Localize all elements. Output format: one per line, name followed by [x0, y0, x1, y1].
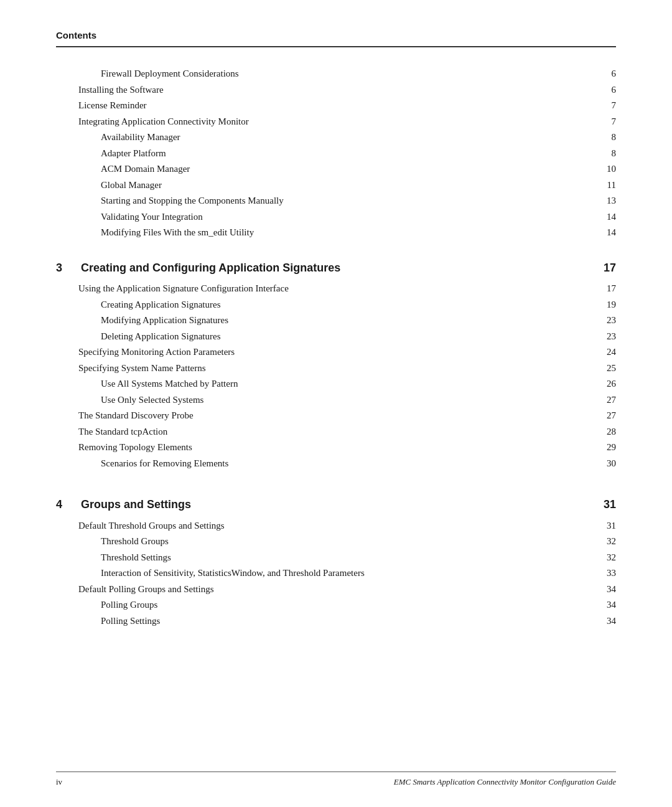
toc-entry: Modifying Files With the sm_edit Utility…: [56, 225, 616, 241]
toc-entry-title: Threshold Groups: [56, 534, 169, 550]
toc-entry-title: Using the Application Signature Configur…: [56, 281, 289, 297]
toc-entry-page: 7: [601, 98, 616, 114]
toc-entry-page: 19: [601, 297, 616, 313]
toc-entry: Deleting Application Signatures23: [56, 329, 616, 345]
toc-entry-page: 14: [601, 225, 616, 241]
toc-entry-page: 27: [601, 408, 616, 424]
toc-entry-page: 34: [601, 582, 616, 598]
toc-entry-title: Modifying Application Signatures: [56, 313, 228, 329]
toc-entry-page: 14: [601, 209, 616, 225]
toc-entry: Starting and Stopping the Components Man…: [56, 193, 616, 209]
page-footer: iv EMC Smarts Application Connectivity M…: [56, 772, 616, 787]
toc-entry-title: Validating Your Integration: [56, 209, 203, 225]
toc-entry-page: 26: [601, 376, 616, 392]
toc-entry: The Standard Discovery Probe27: [56, 408, 616, 424]
toc-entry: Integrating Application Connectivity Mon…: [56, 114, 616, 130]
toc-entry-title: Use All Systems Matched by Pattern: [56, 376, 238, 392]
toc-entry-page: 25: [601, 361, 616, 377]
footer-document-title: EMC Smarts Application Connectivity Moni…: [394, 777, 616, 787]
toc-entry: Specifying Monitoring Action Parameters2…: [56, 344, 616, 361]
toc-entry: Specifying System Name Patterns25: [56, 361, 616, 377]
toc-entry: Firewall Deployment Considerations6: [56, 66, 616, 82]
toc-entry: ACM Domain Manager10: [56, 161, 616, 177]
toc-entry-page: 10: [601, 161, 616, 177]
toc-entry-page: 32: [601, 534, 616, 550]
page: Contents Firewall Deployment Considerati…: [0, 0, 672, 807]
toc-entry: Availability Manager8: [56, 130, 616, 146]
toc-entry: Global Manager11: [56, 177, 616, 194]
toc-entry: Threshold Groups32: [56, 534, 616, 550]
toc-entry-page: 29: [601, 440, 616, 456]
toc-entry: Scenarios for Removing Elements30: [56, 456, 616, 472]
toc-entry-title: Creating Application Signatures: [56, 297, 220, 313]
toc-entry-title: Interaction of Sensitivity, StatisticsWi…: [56, 565, 365, 582]
toc-entry: Default Polling Groups and Settings34: [56, 582, 616, 598]
toc-entry: License Reminder7: [56, 98, 616, 114]
toc-entry: Creating Application Signatures19: [56, 297, 616, 313]
section-page: 31: [601, 495, 616, 514]
toc-entry-title: Firewall Deployment Considerations: [56, 66, 239, 82]
toc-entry-page: 28: [601, 424, 616, 440]
toc-entry: Polling Groups34: [56, 597, 616, 613]
toc-entry-title: Threshold Settings: [56, 550, 171, 566]
toc-entry-title: Adapter Platform: [56, 146, 166, 162]
toc-entry: Threshold Settings32: [56, 550, 616, 566]
toc-entry-title: Scenarios for Removing Elements: [56, 456, 228, 472]
toc-entry-page: 11: [601, 177, 616, 194]
section-number: 3: [56, 258, 81, 278]
toc-entry: Removing Topology Elements29: [56, 440, 616, 456]
toc-entry-title: Modifying Files With the sm_edit Utility: [56, 225, 254, 241]
toc-entry-page: 34: [601, 597, 616, 613]
toc-entry: Validating Your Integration14: [56, 209, 616, 225]
toc-entry: Using the Application Signature Configur…: [56, 281, 616, 297]
toc-entry: Modifying Application Signatures23: [56, 313, 616, 329]
section-title: Creating and Configuring Application Sig…: [81, 258, 601, 278]
toc-entry: Default Threshold Groups and Settings31: [56, 518, 616, 534]
toc-entry-title: Default Polling Groups and Settings: [56, 582, 214, 598]
toc-entry-page: 24: [601, 344, 616, 361]
toc-entry: Use All Systems Matched by Pattern26: [56, 376, 616, 392]
toc-entry-page: 8: [601, 146, 616, 162]
toc-entry-title: Global Manager: [56, 177, 162, 194]
section-page: 17: [601, 258, 616, 278]
toc-entry-page: 23: [601, 313, 616, 329]
toc-entry-title: Deleting Application Signatures: [56, 329, 220, 345]
toc-entry-page: 27: [601, 392, 616, 408]
toc-entry: Installing the Software6: [56, 82, 616, 98]
toc-entry-title: Use Only Selected Systems: [56, 392, 203, 408]
toc-entry: Adapter Platform8: [56, 146, 616, 162]
toc-entry-title: Removing Topology Elements: [56, 440, 192, 456]
toc-entry: The Standard tcpAction28: [56, 424, 616, 440]
section-number: 4: [56, 495, 81, 514]
toc-entry-page: 32: [601, 550, 616, 566]
footer-page-number: iv: [56, 777, 62, 787]
toc-entry: Use Only Selected Systems27: [56, 392, 616, 408]
toc-entry-page: 31: [601, 518, 616, 534]
toc-entry: Interaction of Sensitivity, StatisticsWi…: [56, 565, 616, 582]
toc-entry: Polling Settings34: [56, 613, 616, 630]
toc-entry-title: ACM Domain Manager: [56, 161, 190, 177]
toc-entry-title: Starting and Stopping the Components Man…: [56, 193, 284, 209]
section-title: Groups and Settings: [81, 495, 601, 514]
toc-entry-page: 8: [601, 130, 616, 146]
toc-entry-title: Installing the Software: [56, 82, 164, 98]
section-header-row: 3Creating and Configuring Application Si…: [56, 258, 616, 278]
toc-entry-page: 6: [601, 66, 616, 82]
toc-entry-title: Availability Manager: [56, 130, 180, 146]
toc-entry-page: 7: [601, 114, 616, 130]
toc-entry-title: Integrating Application Connectivity Mon…: [56, 114, 249, 130]
toc-entry-page: 34: [601, 613, 616, 630]
toc-entry-title: Polling Groups: [56, 597, 157, 613]
toc-entry-title: Specifying System Name Patterns: [56, 361, 206, 377]
toc-entry-page: 23: [601, 329, 616, 345]
toc-entry-title: Polling Settings: [56, 613, 160, 630]
toc-container: Firewall Deployment Considerations6Insta…: [56, 66, 616, 635]
page-header: Contents: [56, 30, 616, 47]
contents-title: Contents: [56, 30, 96, 40]
toc-entry-page: 33: [601, 565, 616, 582]
toc-entry-title: Default Threshold Groups and Settings: [56, 518, 225, 534]
toc-entry-title: Specifying Monitoring Action Parameters: [56, 344, 235, 361]
toc-entry-title: The Standard tcpAction: [56, 424, 167, 440]
toc-entry-title: The Standard Discovery Probe: [56, 408, 194, 424]
toc-entry-title: License Reminder: [56, 98, 147, 114]
